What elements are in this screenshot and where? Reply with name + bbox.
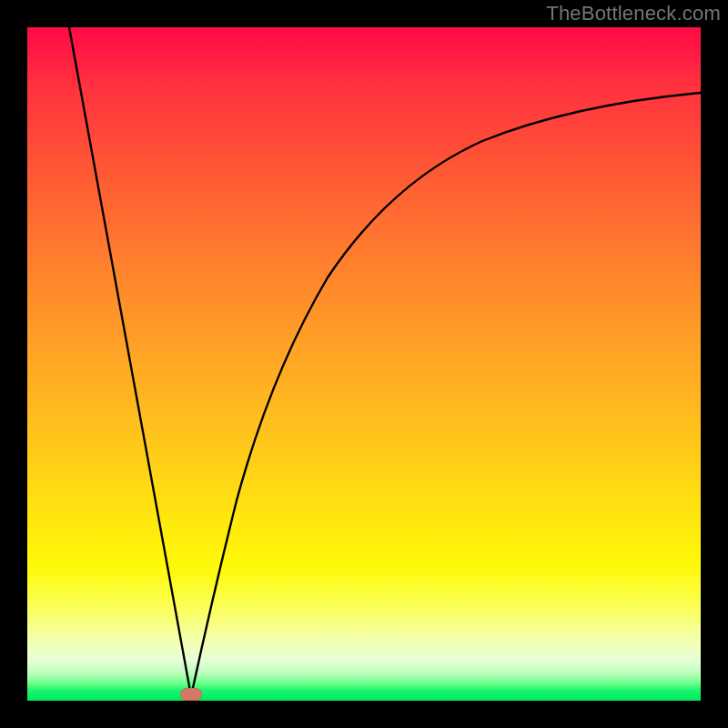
- curve-left-segment: [69, 27, 191, 696]
- plot-area: [27, 27, 701, 701]
- chart-frame: TheBottleneck.com: [0, 0, 728, 728]
- curve-right-segment: [191, 93, 701, 696]
- bottleneck-curve: [27, 27, 701, 701]
- bottleneck-minimum-marker: [180, 688, 202, 701]
- attribution-text: TheBottleneck.com: [546, 2, 721, 25]
